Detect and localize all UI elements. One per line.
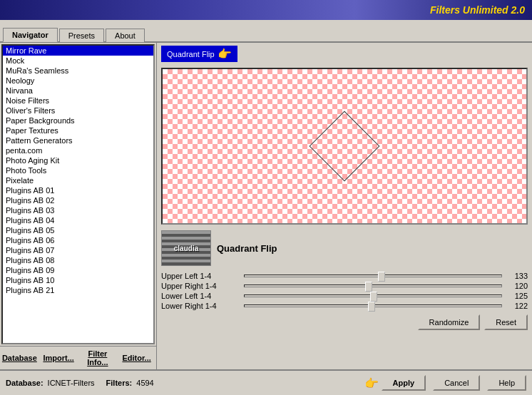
filter-badge: Quadrant Flip 👉	[161, 46, 237, 62]
title-bar: Filters Unlimited 2.0	[0, 0, 532, 20]
slider-track-lower-left[interactable]	[244, 294, 502, 297]
filters-status: Filters: 4594	[106, 379, 154, 387]
tab-bar: Navigator Presets About	[0, 20, 532, 43]
list-item-plugins-ab-04[interactable]: Plugins AB 04	[3, 215, 153, 225]
list-item-paper-textures[interactable]: Paper Textures	[3, 125, 153, 135]
right-panel: Quadrant Flip 👉 claudia Quadrant Flip	[157, 43, 532, 369]
filter-badge-text: Quadrant Flip	[167, 50, 215, 58]
filter-info-button[interactable]: Filter Info...	[78, 347, 118, 369]
tab-about[interactable]: About	[106, 29, 145, 42]
list-item-penta-com[interactable]: penta.com	[3, 145, 153, 155]
apply-button[interactable]: Apply	[382, 375, 426, 391]
filters-status-label: Filters:	[106, 379, 133, 387]
thumb-row: claudia Quadrant Flip	[161, 230, 528, 266]
import-button[interactable]: Import...	[39, 347, 78, 369]
help-button[interactable]: Help	[487, 375, 526, 391]
slider-thumb-upper-left[interactable]	[378, 272, 385, 282]
apply-arrow-icon: 👉	[364, 376, 379, 390]
preview-area	[161, 68, 528, 225]
list-item-plugins-ab-07[interactable]: Plugins AB 07	[3, 245, 153, 255]
slider-thumb-upper-right[interactable]	[365, 282, 372, 292]
checkerboard-bg	[163, 69, 526, 223]
list-item-photo-aging-kit[interactable]: Photo Aging Kit	[3, 155, 153, 165]
list-item-plugins-ab-08[interactable]: Plugins AB 08	[3, 255, 153, 265]
slider-row-lower-right: Lower Right 1-4122	[161, 302, 528, 310]
list-item-neology[interactable]: Neology	[3, 76, 153, 86]
slider-value-upper-right: 120	[506, 282, 528, 290]
filters-status-value: 4594	[136, 379, 153, 387]
rand-reset-row: Randomize Reset	[161, 313, 528, 332]
main-area: Mirror RaveMockMuRa's SeamlessNeologyNir…	[0, 43, 532, 369]
list-item-noise-filters[interactable]: Noise Filters	[3, 96, 153, 106]
slider-value-lower-right: 122	[506, 302, 528, 310]
filter-list-scroll[interactable]: Mirror RaveMockMuRa's SeamlessNeologyNir…	[3, 46, 153, 343]
list-item-plugins-ab-02[interactable]: Plugins AB 02	[3, 195, 153, 205]
slider-track-upper-left[interactable]	[244, 275, 502, 277]
list-item-nirvana[interactable]: Nirvana	[3, 86, 153, 96]
database-button[interactable]: Database	[0, 347, 39, 369]
tab-navigator[interactable]: Navigator	[3, 28, 58, 42]
list-item-mock[interactable]: Mock	[3, 56, 153, 66]
slider-label-lower-left: Lower Left 1-4	[161, 292, 240, 300]
slider-value-lower-left: 125	[506, 292, 528, 300]
thumb-label-text: claudia	[174, 245, 198, 252]
list-item-plugins-ab-21[interactable]: Plugins AB 21	[3, 285, 153, 295]
list-item-plugins-ab-06[interactable]: Plugins AB 06	[3, 235, 153, 245]
database-status-label: Database:	[6, 379, 44, 387]
list-item-plugins-ab-10[interactable]: Plugins AB 10	[3, 275, 153, 285]
list-item-pattern-generators[interactable]: Pattern Generators	[3, 135, 153, 145]
cancel-button[interactable]: Cancel	[433, 375, 480, 391]
filter-name-bar: Quadrant Flip 👉	[161, 46, 528, 62]
list-item-photo-tools[interactable]: Photo Tools	[3, 165, 153, 175]
app-title: Filters Unlimited 2.0	[430, 4, 525, 16]
list-item-muras-seamless[interactable]: MuRa's Seamless	[3, 66, 153, 76]
slider-thumb-lower-left[interactable]	[370, 292, 377, 302]
list-item-plugins-ab-09[interactable]: Plugins AB 09	[3, 265, 153, 275]
randomize-button[interactable]: Randomize	[418, 314, 481, 330]
left-panel: Mirror RaveMockMuRa's SeamlessNeologyNir…	[0, 43, 157, 369]
apply-area: 👉 Apply	[364, 375, 426, 391]
slider-row-upper-right: Upper Right 1-4120	[161, 282, 528, 290]
slider-label-upper-left: Upper Left 1-4	[161, 272, 240, 280]
nav-buttons-bar: Database Import... Filter Info... Editor…	[0, 346, 156, 369]
list-item-mirror-rave[interactable]: Mirror Rave	[3, 46, 153, 56]
database-status-value: ICNET-Filters	[48, 379, 95, 387]
slider-row-lower-left: Lower Left 1-4125	[161, 292, 528, 300]
list-item-olivers-filters[interactable]: Oliver's Filters	[3, 106, 153, 116]
list-item-paper-backgrounds[interactable]: Paper Backgrounds	[3, 116, 153, 125]
list-item-plugins-ab-03[interactable]: Plugins AB 03	[3, 205, 153, 215]
list-item-plugins-ab-01[interactable]: Plugins AB 01	[3, 185, 153, 195]
diamond-shape	[310, 111, 380, 182]
filter-thumbnail: claudia	[161, 230, 211, 266]
filter-title: Quadrant Flip	[217, 243, 277, 254]
slider-label-upper-right: Upper Right 1-4	[161, 282, 240, 290]
editor-button[interactable]: Editor...	[117, 347, 156, 369]
filter-list-container: Mirror RaveMockMuRa's SeamlessNeologyNir…	[1, 44, 155, 344]
slider-thumb-lower-right[interactable]	[368, 302, 375, 312]
list-item-pixelate[interactable]: Pixelate	[3, 175, 153, 185]
database-status: Database: ICNET-Filters	[6, 379, 95, 387]
list-item-plugins-ab-05[interactable]: Plugins AB 05	[3, 225, 153, 235]
arrow-hand-icon: 👉	[218, 47, 232, 61]
slider-value-upper-left: 133	[506, 272, 528, 280]
slider-row-upper-left: Upper Left 1-4133	[161, 272, 528, 280]
reset-button[interactable]: Reset	[484, 314, 528, 330]
sliders-area: Upper Left 1-4133Upper Right 1-4120Lower…	[161, 272, 528, 310]
slider-label-lower-right: Lower Right 1-4	[161, 302, 240, 310]
tab-presets[interactable]: Presets	[59, 29, 104, 42]
app-window: Filters Unlimited 2.0 Navigator Presets …	[0, 0, 532, 395]
slider-track-lower-right[interactable]	[244, 304, 502, 307]
status-bar: Database: ICNET-Filters Filters: 4594	[6, 371, 357, 395]
slider-track-upper-right[interactable]	[244, 284, 502, 287]
